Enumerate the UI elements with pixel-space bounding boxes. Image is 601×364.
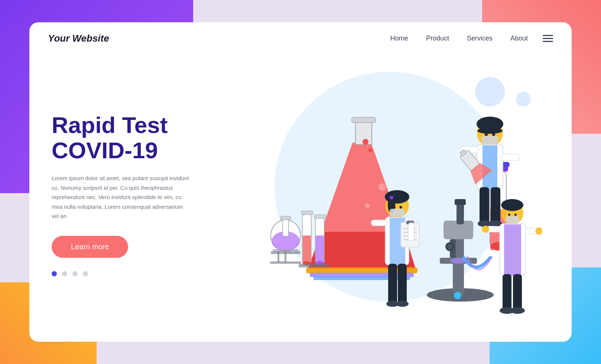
svg-rect-20 xyxy=(303,235,311,265)
dot-1[interactable] xyxy=(52,271,57,276)
navbar: Your Website Home Product Services About xyxy=(29,22,572,55)
svg-point-4 xyxy=(379,183,386,191)
svg-rect-32 xyxy=(455,199,466,205)
svg-point-49 xyxy=(485,133,488,136)
svg-rect-55 xyxy=(480,187,489,224)
nav-item-services[interactable]: Services xyxy=(467,35,493,42)
svg-rect-96 xyxy=(503,274,511,311)
svg-point-86 xyxy=(501,199,523,211)
brand-logo: Your Website xyxy=(48,33,109,44)
svg-rect-13 xyxy=(280,216,291,220)
svg-point-63 xyxy=(368,148,373,152)
nav-link-home[interactable]: Home xyxy=(390,35,408,42)
nav-item-product[interactable]: Product xyxy=(426,35,449,42)
hamburger-menu[interactable] xyxy=(543,35,553,42)
hero-description: Lorem ipsum dolor sit amet, sea putant s… xyxy=(52,173,189,221)
svg-rect-24 xyxy=(316,235,324,265)
nav-link-product[interactable]: Product xyxy=(426,35,449,42)
svg-rect-2 xyxy=(352,117,376,123)
svg-rect-97 xyxy=(513,274,522,311)
svg-point-37 xyxy=(447,244,453,250)
nav-link-services[interactable]: Services xyxy=(467,35,493,42)
hero-left-panel: Rapid Test COVID-19 Lorem ipsum dolor si… xyxy=(29,105,208,291)
nav-links: Home Product Services About xyxy=(390,35,528,42)
svg-rect-56 xyxy=(491,187,500,224)
svg-point-94 xyxy=(482,225,489,233)
svg-point-70 xyxy=(400,206,402,208)
svg-rect-68 xyxy=(390,209,405,216)
svg-rect-79 xyxy=(371,220,387,226)
svg-rect-82 xyxy=(398,264,407,305)
hamburger-line-2 xyxy=(543,38,553,39)
svg-rect-81 xyxy=(388,264,397,305)
round-flask xyxy=(270,216,301,264)
main-card: Your Website Home Product Services About xyxy=(29,22,572,342)
hero-illustration xyxy=(208,55,572,342)
svg-point-50 xyxy=(492,133,495,136)
svg-rect-27 xyxy=(299,264,329,267)
dot-2[interactable] xyxy=(62,271,67,276)
svg-rect-18 xyxy=(270,261,301,264)
svg-point-89 xyxy=(514,214,517,216)
svg-rect-12 xyxy=(283,218,289,236)
dot-3[interactable] xyxy=(72,271,78,276)
carousel-dots xyxy=(52,271,189,276)
hamburger-line-1 xyxy=(543,35,553,36)
svg-rect-48 xyxy=(482,136,498,144)
nav-item-home[interactable]: Home xyxy=(390,35,408,42)
svg-point-5 xyxy=(365,203,370,208)
svg-point-62 xyxy=(363,139,368,145)
svg-point-67 xyxy=(390,196,393,199)
svg-rect-16 xyxy=(277,251,279,262)
svg-rect-87 xyxy=(506,216,519,223)
svg-point-47 xyxy=(477,128,503,134)
hero-section: Rapid Test COVID-19 Lorem ipsum dolor si… xyxy=(29,55,572,342)
svg-rect-31 xyxy=(457,202,464,224)
nav-item-about[interactable]: About xyxy=(510,35,528,42)
svg-point-39 xyxy=(454,292,461,299)
svg-rect-80 xyxy=(408,222,414,241)
svg-rect-91 xyxy=(504,224,521,276)
learn-more-button[interactable]: Learn more xyxy=(52,236,128,258)
hero-headline: Rapid Test COVID-19 xyxy=(52,113,189,163)
dot-4[interactable] xyxy=(83,271,88,276)
hamburger-line-3 xyxy=(543,41,553,42)
svg-point-69 xyxy=(393,206,396,208)
nav-link-about[interactable]: About xyxy=(510,35,528,42)
lab-illustration-svg xyxy=(237,76,542,321)
svg-rect-54 xyxy=(501,154,520,160)
svg-rect-26 xyxy=(314,215,326,218)
svg-point-99 xyxy=(510,307,525,314)
svg-point-84 xyxy=(396,301,409,307)
svg-rect-22 xyxy=(301,211,313,215)
svg-rect-38 xyxy=(453,264,462,293)
svg-rect-17 xyxy=(285,251,286,262)
svg-point-88 xyxy=(508,214,510,216)
